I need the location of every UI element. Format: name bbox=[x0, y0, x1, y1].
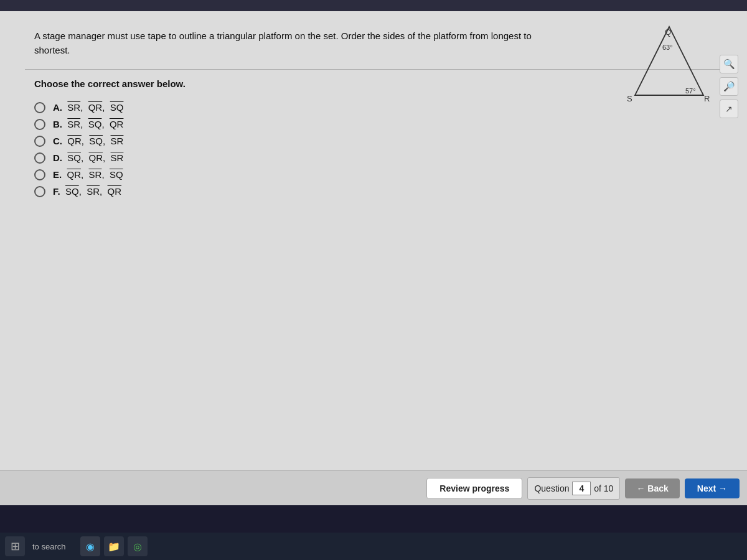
answer-label-d: D. SQ, QR, SR bbox=[53, 152, 123, 163]
next-button[interactable]: Next → bbox=[685, 478, 740, 498]
answer-option-e[interactable]: E. QR, SR, SQ bbox=[34, 169, 713, 180]
answer-label-b: B. SR, SQ, QR bbox=[53, 119, 123, 129]
question-number: 4 bbox=[572, 482, 591, 495]
taskbar: ⊞ to search ◉ 📁 ◎ bbox=[0, 533, 747, 560]
svg-text:R: R bbox=[704, 94, 710, 103]
side-icons-panel: 🔍 🔎 ↗ bbox=[720, 55, 738, 118]
radio-f[interactable] bbox=[34, 186, 45, 197]
app-wrapper: A stage manager must use tape to outline… bbox=[0, 0, 747, 560]
triangle-diagram: Q S R 63° 57° bbox=[626, 24, 713, 105]
content-area: A stage manager must use tape to outline… bbox=[0, 11, 747, 505]
radio-d[interactable] bbox=[34, 152, 45, 164]
folder-taskbar-icon[interactable]: 📁 bbox=[104, 536, 124, 556]
answer-option-b[interactable]: B. SR, SQ, QR bbox=[34, 119, 713, 130]
answer-option-a[interactable]: A. SR, QR, SQ bbox=[34, 102, 713, 113]
svg-text:Q: Q bbox=[665, 27, 671, 37]
radio-e[interactable] bbox=[34, 169, 45, 180]
back-button[interactable]: ← Back bbox=[625, 478, 679, 498]
question-label: Question bbox=[534, 483, 569, 493]
answer-label-a: A. SR, QR, SQ bbox=[53, 102, 123, 113]
question-text: A stage manager must use tape to outline… bbox=[34, 29, 570, 58]
answer-option-d[interactable]: D. SQ, QR, SR bbox=[34, 152, 713, 164]
answer-label-e: E. QR, SR, SQ bbox=[53, 169, 123, 180]
taskbar-search-text: to search bbox=[32, 542, 65, 551]
top-bar bbox=[0, 0, 747, 11]
zoom-out-icon[interactable]: 🔎 bbox=[720, 77, 738, 96]
taskbar-icons-row: ◉ 📁 ◎ bbox=[80, 536, 148, 556]
zoom-in-icon[interactable]: 🔍 bbox=[720, 55, 738, 73]
question-section: A stage manager must use tape to outline… bbox=[0, 11, 747, 58]
radio-b[interactable] bbox=[34, 119, 45, 130]
svg-text:57°: 57° bbox=[685, 87, 696, 95]
answer-label-f: F. SQ, SR, QR bbox=[53, 186, 121, 197]
answer-label-c: C. QR, SQ, SR bbox=[53, 136, 123, 146]
edge-taskbar-icon[interactable]: ◉ bbox=[80, 536, 100, 556]
external-link-icon[interactable]: ↗ bbox=[720, 100, 738, 118]
svg-text:63°: 63° bbox=[662, 44, 673, 51]
of-label: of 10 bbox=[594, 483, 613, 493]
answer-option-c[interactable]: C. QR, SQ, SR bbox=[34, 136, 713, 147]
radio-a[interactable] bbox=[34, 102, 45, 113]
radio-c[interactable] bbox=[34, 136, 45, 147]
answer-option-f[interactable]: F. SQ, SR, QR bbox=[34, 186, 713, 197]
windows-taskbar-icon[interactable]: ⊞ bbox=[5, 536, 25, 556]
question-counter: Question 4 of 10 bbox=[527, 477, 620, 500]
review-progress-button[interactable]: Review progress bbox=[426, 478, 522, 499]
svg-marker-0 bbox=[635, 27, 703, 95]
svg-text:S: S bbox=[627, 94, 632, 103]
app-taskbar-icon[interactable]: ◎ bbox=[128, 536, 148, 556]
answers-container: A. SR, QR, SQ B. SR, SQ, QR bbox=[0, 94, 747, 205]
bottom-nav: Review progress Question 4 of 10 ← Back … bbox=[0, 470, 747, 505]
